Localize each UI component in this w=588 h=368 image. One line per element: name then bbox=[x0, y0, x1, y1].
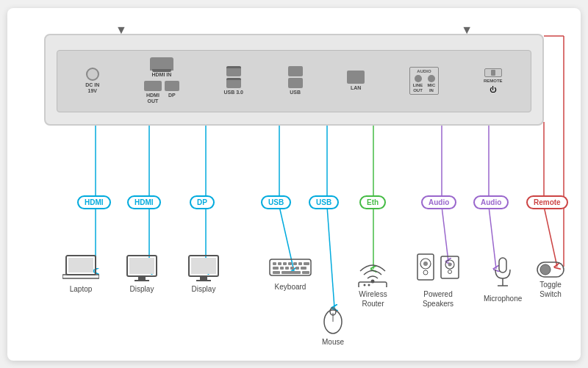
lan-label: LAN bbox=[351, 85, 361, 91]
hdmi-in-label: HDMI IN bbox=[152, 72, 172, 78]
svg-rect-22 bbox=[62, 275, 99, 278]
svg-rect-47 bbox=[302, 271, 309, 274]
svg-rect-41 bbox=[285, 267, 289, 270]
usb-port bbox=[288, 66, 303, 76]
usb1-pill: USB bbox=[261, 195, 291, 209]
device-panel: ▼ ▼ DC IN19V HDMI IN bbox=[44, 34, 544, 126]
keyboard-icon bbox=[268, 258, 312, 280]
toggle-switch-device: ToggleSwitch bbox=[537, 261, 564, 299]
svg-rect-29 bbox=[200, 276, 207, 280]
svg-rect-34 bbox=[283, 262, 287, 265]
mic-in-label: MICIN bbox=[427, 83, 435, 93]
svg-rect-30 bbox=[196, 280, 211, 281]
toggle-switch-icon bbox=[537, 261, 564, 278]
svg-rect-26 bbox=[135, 280, 149, 281]
display2-label: Display bbox=[192, 284, 216, 294]
usb-port-group2: USB bbox=[288, 66, 303, 95]
display2-icon bbox=[185, 254, 222, 282]
svg-rect-46 bbox=[282, 271, 301, 274]
svg-rect-32 bbox=[273, 262, 276, 265]
router-icon bbox=[353, 258, 393, 287]
usb30-port bbox=[226, 66, 241, 76]
dc-port bbox=[86, 68, 99, 81]
microphone-icon bbox=[492, 256, 514, 292]
mouse-icon bbox=[322, 306, 344, 335]
speakers-label: PoweredSpeakers bbox=[423, 289, 453, 309]
laptop-icon bbox=[62, 254, 99, 282]
panel-arrow-left: ▼ bbox=[115, 24, 127, 37]
svg-rect-28 bbox=[191, 258, 216, 274]
keyboard-label: Keyboard bbox=[275, 282, 306, 292]
remote-port-group: REMOTE ⏻ bbox=[484, 68, 503, 93]
svg-rect-40 bbox=[280, 267, 284, 270]
usb-port-group: USB 3.0 bbox=[224, 66, 243, 95]
svg-rect-36 bbox=[293, 262, 297, 265]
svg-rect-37 bbox=[298, 262, 302, 265]
svg-rect-33 bbox=[278, 262, 282, 265]
diagram-container: ▼ ▼ DC IN19V HDMI IN bbox=[7, 8, 581, 361]
svg-rect-42 bbox=[290, 267, 294, 270]
svg-point-57 bbox=[423, 261, 428, 266]
hdmi-in-port-group: HDMI IN HDMIOUT DP bbox=[144, 57, 179, 104]
hdmi-in-port bbox=[150, 57, 173, 71]
mouse-label: Mouse bbox=[322, 337, 344, 347]
svg-point-53 bbox=[364, 284, 366, 286]
svg-rect-45 bbox=[273, 271, 280, 274]
svg-point-61 bbox=[448, 262, 452, 266]
eth-pill: Eth bbox=[359, 195, 386, 209]
usb-port-2 bbox=[288, 78, 303, 88]
lan-port bbox=[347, 71, 365, 84]
svg-point-67 bbox=[540, 264, 551, 275]
svg-point-58 bbox=[423, 270, 428, 275]
dc-port-group: DC IN19V bbox=[85, 68, 99, 93]
remote-label: REMOTE bbox=[484, 79, 503, 84]
dp-pill: DP bbox=[190, 195, 215, 209]
svg-rect-44 bbox=[301, 267, 306, 270]
svg-rect-39 bbox=[273, 267, 279, 270]
hdmi1-pill: HDMI bbox=[77, 195, 111, 209]
svg-rect-21 bbox=[68, 258, 93, 273]
panel-arrow-right: ▼ bbox=[461, 24, 473, 37]
router-device: WirelessRouter bbox=[353, 258, 393, 309]
microphone-device: Microphone bbox=[484, 256, 522, 303]
mouse-device: Mouse bbox=[322, 306, 344, 347]
svg-rect-55 bbox=[417, 254, 434, 280]
speakers-icon bbox=[416, 250, 460, 287]
lan-port-group: LAN bbox=[347, 71, 365, 91]
svg-line-9 bbox=[327, 206, 334, 308]
svg-point-62 bbox=[448, 270, 452, 273]
line-out-label: LINEOUT bbox=[413, 83, 423, 93]
svg-rect-35 bbox=[288, 262, 292, 265]
line-out-port bbox=[415, 75, 422, 82]
dp-label: DP bbox=[165, 93, 179, 104]
svg-point-54 bbox=[368, 284, 370, 286]
audio1-pill: Audio bbox=[421, 195, 456, 209]
display1-icon bbox=[123, 254, 160, 282]
laptop-label: Laptop bbox=[70, 284, 93, 294]
usb2-pill: USB bbox=[309, 195, 339, 209]
remote-port bbox=[484, 68, 502, 77]
speakers-device: PoweredSpeakers bbox=[416, 250, 460, 309]
hdmi2-pill: HDMI bbox=[127, 195, 161, 209]
svg-rect-43 bbox=[295, 267, 299, 270]
svg-line-17 bbox=[544, 206, 557, 267]
laptop-device: Laptop bbox=[62, 254, 99, 294]
display2-device: Display bbox=[185, 254, 222, 294]
audio2-pill: Audio bbox=[473, 195, 509, 209]
usb30-label: USB 3.0 bbox=[224, 90, 243, 95]
audio-port-group: AUDIO LINEOUT MICIN bbox=[409, 67, 440, 95]
svg-rect-24 bbox=[129, 258, 154, 274]
audio-label: AUDIO bbox=[417, 69, 431, 73]
hdmi-out-port bbox=[144, 81, 162, 91]
usb-label: USB bbox=[290, 90, 301, 95]
dp-port bbox=[165, 81, 179, 91]
mic-in-port bbox=[428, 75, 435, 82]
power-icon: ⏻ bbox=[490, 86, 496, 93]
toggle-switch-label: ToggleSwitch bbox=[539, 280, 561, 299]
microphone-label: Microphone bbox=[484, 294, 522, 303]
keyboard-device: Keyboard bbox=[268, 258, 312, 292]
display1-device: Display bbox=[123, 254, 160, 294]
svg-rect-63 bbox=[499, 258, 506, 273]
svg-rect-25 bbox=[138, 276, 146, 280]
usb30-port-2 bbox=[226, 78, 241, 88]
